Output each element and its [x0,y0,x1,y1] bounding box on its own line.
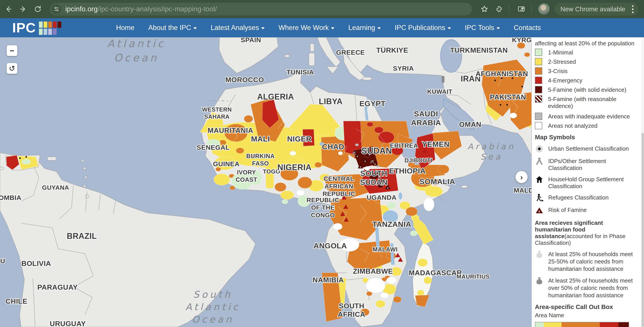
legend-intro: affecting at least 20% of the population [535,40,638,47]
symbol-label: Urban Settlement Classification [548,144,629,152]
ocean-label: SouthAtlanticOcean [185,289,240,325]
sidebar-scrollbar[interactable] [641,37,644,327]
legend-area-row: Areas not analyzed [535,122,638,129]
map-label-algeria: ALGERIA [257,92,294,101]
url-text[interactable]: ipcinfo.org/ipc-country-analysis/ipc-map… [65,5,217,13]
map-label-pakistan: PAKISTAN [490,93,526,101]
nav-item-ipc-publications[interactable]: IPC Publications [388,18,458,37]
legend-symbol-row: HouseHold Group Settlement Classificatio… [535,175,638,190]
map-label-chile: CHILE [6,297,28,305]
chevron-down-icon [261,27,265,29]
svg-text:x: x [360,166,361,168]
legend-expand-button[interactable]: › [516,171,528,183]
svg-text:x: x [374,162,376,165]
nav-item-contacts[interactable]: Contacts [507,18,548,37]
map-label-spain: SPAIN [241,37,261,44]
nav-item-latest-analyses[interactable]: Latest Analyses [204,18,272,37]
phase-label: 4-Emergency [548,77,582,84]
callout-bar-segment [600,322,618,327]
reset-view-button[interactable]: ↺ [7,63,17,74]
chevron-down-icon [496,27,500,29]
profile-avatar[interactable] [538,3,550,15]
map-label-chad: CHAD [322,142,344,151]
menu-kebab-icon[interactable] [630,4,635,14]
map-label-t-rkiye: TÜRKIYE [376,46,408,54]
phase-swatch [535,67,542,75]
toolbar-divider [509,4,509,14]
legend-phase-row: 3-Crisis [535,67,638,75]
phase-swatch [535,58,542,65]
symbol-label: IDPs/Other Settlement Classification [548,157,638,172]
assistance-label: At least 25% of households meet 25-50% o… [548,250,638,272]
area-swatch [535,113,542,120]
map-label-bolivia: BOLIVIA [21,260,51,268]
site-info-icon[interactable] [52,4,61,14]
legend-symbol-row: Refugees Classification [535,193,638,202]
map-label-kuwait: KUWAIT [427,88,452,95]
nav-item-where-we-work[interactable]: Where We Work [272,18,341,37]
food-sack-dark-icon [535,276,544,285]
map-label-mald: MALD [514,186,532,194]
extensions-icon[interactable] [493,3,505,15]
legend-phase-row: 4-Emergency [535,77,638,84]
refugees-icon [535,193,544,202]
map-label-syria: SYRIA [393,65,414,72]
map-label-u: U [0,257,5,264]
map-label-tanzania: TANZANIA [372,220,411,228]
map-label-uruguay: URUGUAY [50,320,86,327]
legend-phase-row: 5-Famine (with solid evidence) [535,86,638,93]
map-label-egypt: EGYPT [359,99,386,108]
chevron-down-icon [377,27,381,29]
chrome-update-button[interactable]: New Chrome available [555,3,638,16]
reload-button[interactable] [32,3,44,15]
map-label-eritrea: ERITREA [390,142,418,149]
map-svg: xxx xxx xx AtlanticOceanArabianSeaSouthA… [0,37,532,327]
map-label-senegal: SENEGAL [197,144,230,151]
map-label-djibouti: DJIBOUTI [404,157,432,164]
back-button[interactable] [2,3,15,15]
ipc-logo-text: IPC [12,21,36,35]
ipc-map-canvas[interactable]: xxx xxx xx AtlanticOceanArabianSeaSouthA… [0,37,532,327]
symbol-label: Risk of Famine [548,206,587,214]
household-group-icon [535,175,544,184]
legend-symbol-row: xRisk of Famine [535,206,638,214]
legend-assistance-row: At least 25% of households meet over 50%… [535,276,638,299]
map-label-malawi: MALAWI [373,246,398,253]
address-bar[interactable]: ipcinfo.org/ipc-country-analysis/ipc-map… [50,3,472,16]
map-label-uganda: UGANDA [367,194,397,201]
nav-item-home[interactable]: Home [109,18,141,37]
map-label-oman: OMAN [459,120,481,128]
chevron-down-icon [193,27,197,29]
legend-sidebar: affecting at least 20% of the population… [532,37,644,327]
area-swatch [535,122,542,129]
nav-item-about-the-ipc[interactable]: About the IPC [141,18,204,37]
svg-text:x: x [357,155,358,158]
ipc-logo[interactable]: IPC [12,21,61,35]
map-label-madagascar: MADAGASCAR [409,269,462,277]
forward-button[interactable] [17,3,29,15]
map-label-paraguay: PARAGUAY [37,283,78,291]
map-label-ethiopia: ETHIOPIA [389,166,426,175]
map-label-brazil: BRAZIL [67,232,97,240]
area-label: Areas not analyzed [548,122,598,129]
browser-chrome-bar: ipcinfo.org/ipc-country-analysis/ipc-map… [0,0,644,18]
food-sack-light-icon [535,250,544,258]
map-label-angola: ANGOLA [314,242,347,250]
svg-text:x: x [364,160,366,162]
tab-search-icon[interactable] [515,3,528,15]
map-label-nigeria: NIGERIA [277,163,312,172]
legend-area-row: Areas with inadequate evidence [535,113,638,120]
nav-item-ipc-tools[interactable]: IPC Tools [458,18,507,37]
legend-symbol-row: Urban Settlement Classification [535,144,638,153]
phase-label: 1-Minimal [548,49,573,56]
map-label-republic-of-the-congo: REPUBLICOF THECONGO [306,196,339,218]
zoom-out-button[interactable]: − [7,45,17,56]
map-symbols-title: Map Symbols [535,134,638,141]
map-label-kyrg: KYRG [512,37,532,44]
nav-item-learning[interactable]: Learning [341,18,388,37]
map-label-mauritius: MAURITIUS [457,273,490,280]
bookmark-star-icon[interactable] [478,3,491,15]
map-label-zimbabwe: ZIMBABWE [353,267,393,275]
callout-bar-segment [535,322,544,327]
map-label-turkmenistan: TURKMENISTAN [450,46,508,54]
